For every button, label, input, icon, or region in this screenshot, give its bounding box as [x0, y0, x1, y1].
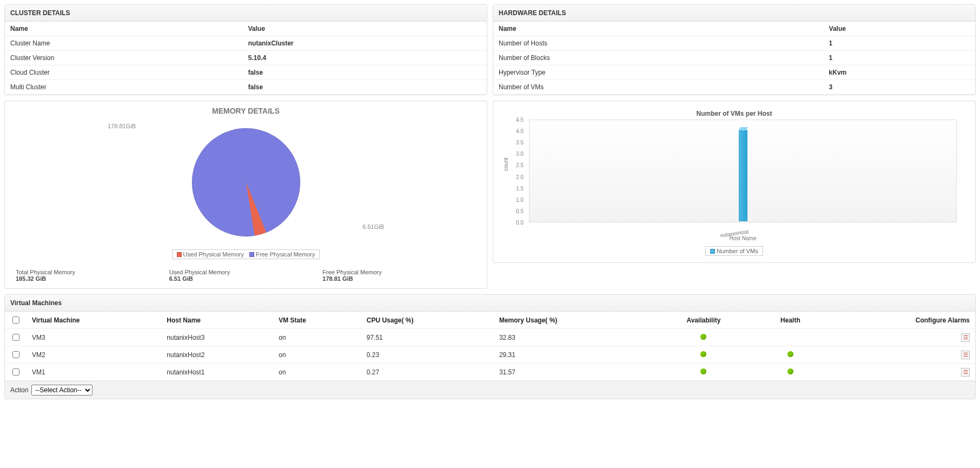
vm-col-health: Health — [755, 312, 825, 329]
memory-summary-label: Free Physical Memory — [322, 269, 476, 275]
pie-label-used: 6.51GiB — [362, 223, 384, 230]
vm-mem: 29.31 — [494, 346, 652, 364]
vm-col-host: Host Name — [161, 312, 273, 329]
vm-availability — [652, 346, 756, 364]
virtual-machines-table: Virtual Machine Host Name VM State CPU U… — [5, 312, 975, 381]
pie-label-free: 178.81GiB — [108, 123, 136, 129]
vm-host: nutanixHost2 — [161, 346, 273, 364]
vm-col-alarms: Configure Alarms — [826, 312, 975, 329]
vm-health — [755, 364, 825, 381]
vm-action-select[interactable]: --Select Action-- — [31, 385, 92, 396]
vm-action-label: Action — [10, 386, 28, 394]
status-indicator-icon — [700, 368, 706, 374]
vm-mem: 31.57 — [494, 364, 652, 381]
vm-availability — [652, 364, 756, 381]
vm-health — [755, 329, 825, 346]
vm-col-cpu: CPU Usage( %) — [361, 312, 494, 329]
memory-summary-label: Total Physical Memory — [16, 269, 169, 275]
table-row: VM3nutanixHost3on97.5132.83☲ — [5, 329, 975, 346]
hardware-details-panel: HARDWARE DETAILS Name Value Number of Ho… — [493, 4, 976, 95]
kv-name: Number of VMs — [493, 80, 824, 95]
legend-vms: Number of VMs — [717, 248, 758, 254]
kv-name: Hypervisor Type — [493, 65, 824, 80]
configure-alarms-button[interactable]: ☲ — [961, 333, 970, 342]
hardware-details-title: HARDWARE DETAILS — [493, 5, 975, 22]
vm-row-checkbox[interactable] — [12, 351, 19, 358]
table-row: VM1nutanixHost1on0.2731.57☲ — [5, 364, 975, 381]
y-tick: 3.5 — [502, 140, 524, 146]
y-tick: 3.0 — [502, 151, 524, 157]
y-tick: 0.5 — [502, 208, 524, 214]
swatch-vms-icon — [710, 249, 715, 254]
vm-health — [755, 346, 825, 364]
hardware-col-name: Name — [493, 22, 824, 36]
y-tick: 4.5 — [502, 117, 524, 123]
kv-value: 1 — [824, 51, 975, 65]
vm-name: VM1 — [27, 364, 161, 381]
kv-name: Multi Cluster — [5, 80, 243, 95]
memory-summary-value: 6.51 GiB — [169, 275, 323, 282]
bar — [739, 130, 747, 221]
y-tick: 1.0 — [502, 196, 524, 202]
vms-legend: Number of VMs — [504, 246, 964, 256]
vm-mem: 32.83 — [494, 329, 652, 346]
memory-summary-item: Total Physical Memory185.32 GiB — [16, 269, 169, 282]
y-tick: 1.5 — [502, 185, 524, 191]
kv-name: Number of Hosts — [493, 36, 824, 51]
virtual-machines-title: Virtual Machines — [5, 295, 975, 312]
legend-free: Free Physical Memory — [256, 251, 315, 258]
vm-state: on — [273, 346, 361, 364]
virtual-machines-panel: Virtual Machines Virtual Machine Host Na… — [4, 294, 976, 399]
vm-host: nutanixHost1 — [161, 364, 273, 381]
vms-per-host-chart: 0.00.51.01.52.02.53.03.54.04.5 count nut… — [504, 120, 964, 244]
vm-col-name: Virtual Machine — [27, 312, 161, 329]
vms-per-host-panel: Number of VMs per Host 0.00.51.01.52.02.… — [493, 101, 976, 263]
vm-state: on — [273, 329, 361, 346]
swatch-free-icon — [249, 252, 254, 257]
table-row: VM2nutanixHost2on0.2329.31☲ — [5, 346, 975, 364]
kv-name: Cluster Name — [5, 36, 243, 51]
status-indicator-icon — [787, 368, 793, 374]
memory-legend: Used Physical Memory Free Physical Memor… — [16, 249, 476, 259]
vm-cpu: 97.51 — [361, 329, 494, 346]
cluster-details-table: Name Value Cluster NamenutanixClusterClu… — [5, 22, 487, 95]
kv-value: false — [243, 80, 487, 95]
table-row: Cluster Version5.10.4 — [5, 51, 487, 65]
table-row: Hypervisor TypekKvm — [493, 65, 975, 80]
vm-name: VM3 — [27, 329, 161, 346]
memory-summary: Total Physical Memory185.32 GiBUsed Phys… — [16, 269, 476, 282]
vm-col-state: VM State — [273, 312, 361, 329]
table-row: Cloud Clusterfalse — [5, 65, 487, 80]
configure-alarms-button[interactable]: ☲ — [961, 351, 970, 359]
memory-summary-label: Used Physical Memory — [169, 269, 323, 275]
swatch-used-icon — [177, 252, 182, 257]
cluster-details-title: CLUSTER DETAILS — [5, 5, 487, 22]
hardware-col-value: Value — [824, 22, 975, 36]
kv-value: nutanixCluster — [243, 36, 487, 51]
configure-alarms-button[interactable]: ☲ — [961, 368, 970, 377]
memory-details-panel: MEMORY DETAILS 178.81GiB 6.51GiB Used Ph… — [4, 101, 487, 289]
vm-row-checkbox[interactable] — [12, 368, 19, 375]
memory-summary-item: Free Physical Memory178.81 GiB — [322, 269, 476, 282]
table-row: Multi Clusterfalse — [5, 80, 487, 95]
legend-used: Used Physical Memory — [183, 251, 244, 258]
cluster-col-value: Value — [243, 22, 487, 36]
status-indicator-icon — [700, 334, 706, 340]
memory-details-title: MEMORY DETAILS — [16, 107, 476, 115]
vm-row-checkbox[interactable] — [12, 334, 19, 341]
vm-cpu: 0.27 — [361, 364, 494, 381]
table-row: Number of VMs3 — [493, 80, 975, 95]
kv-name: Cluster Version — [5, 51, 243, 65]
kv-value: 1 — [824, 36, 975, 51]
vm-availability — [652, 329, 756, 346]
vm-select-all-checkbox[interactable] — [12, 317, 19, 324]
hardware-details-table: Name Value Number of Hosts1Number of Blo… — [493, 22, 975, 95]
y-tick: 4.0 — [502, 128, 524, 134]
vm-col-avail: Availability — [652, 312, 756, 329]
status-indicator-icon — [700, 351, 706, 357]
cluster-col-name: Name — [5, 22, 243, 36]
vms-per-host-title: Number of VMs per Host — [504, 110, 964, 117]
vm-col-mem: Memory Usage( %) — [494, 312, 652, 329]
vm-cpu: 0.23 — [361, 346, 494, 364]
bar-ylabel: count — [503, 158, 509, 171]
